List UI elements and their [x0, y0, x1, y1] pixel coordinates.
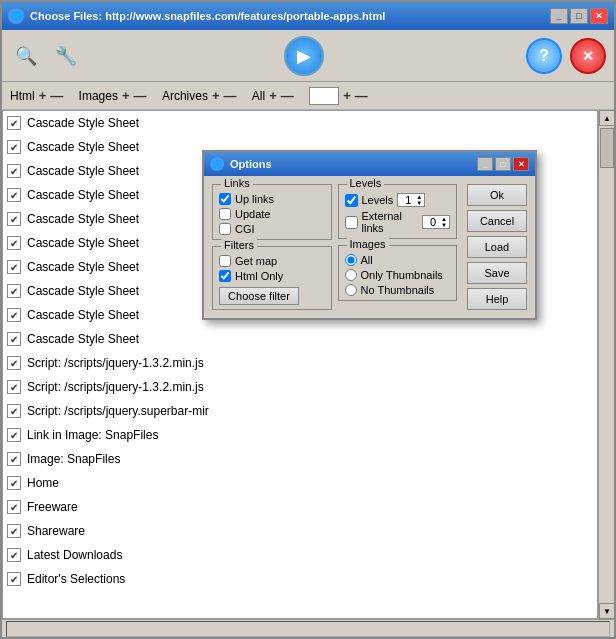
dialog-close-button[interactable]: ✕ [513, 157, 529, 171]
list-item-checkbox[interactable]: ✔ [7, 572, 21, 586]
filter-value-input[interactable] [309, 87, 339, 105]
only-thumbnails-row[interactable]: Only Thumbnails [345, 269, 451, 281]
input-plus-button[interactable]: + [343, 88, 351, 103]
save-button[interactable]: Save [467, 262, 527, 284]
list-item[interactable]: ✔Shareware [3, 519, 597, 543]
list-item-checkbox[interactable]: ✔ [7, 452, 21, 466]
list-item-checkbox[interactable]: ✔ [7, 380, 21, 394]
list-item[interactable]: ✔Script: /scripts/jquery-1.3.2.min.js [3, 351, 597, 375]
only-thumbnails-radio[interactable] [345, 269, 357, 281]
close-app-button[interactable] [570, 38, 606, 74]
levels-down-arrow[interactable]: ▼ [416, 200, 422, 206]
ext-down-arrow[interactable]: ▼ [441, 222, 447, 228]
all-minus-button[interactable]: — [281, 88, 294, 103]
up-links-checkbox[interactable] [219, 193, 231, 205]
dialog-title-icon: 🌐 [210, 157, 224, 171]
dialog-body: Links Up links Update [204, 176, 535, 318]
list-item[interactable]: ✔Link in Image: SnapFiles [3, 423, 597, 447]
help-button[interactable]: Help [467, 288, 527, 310]
list-item-checkbox[interactable]: ✔ [7, 140, 21, 154]
list-item-checkbox[interactable]: ✔ [7, 404, 21, 418]
list-item-checkbox[interactable]: ✔ [7, 236, 21, 250]
all-images-radio[interactable] [345, 254, 357, 266]
list-item-checkbox[interactable]: ✔ [7, 548, 21, 562]
cgi-row[interactable]: CGI [219, 223, 325, 235]
archives-plus-button[interactable]: + [212, 88, 220, 103]
scroll-down-button[interactable]: ▼ [599, 603, 614, 619]
no-thumbnails-row[interactable]: No Thumbnails [345, 284, 451, 296]
archives-filter-label: Archives [162, 89, 208, 103]
archives-minus-button[interactable]: — [224, 88, 237, 103]
list-item[interactable]: ✔Freeware [3, 495, 597, 519]
ext-links-label: External links [362, 210, 419, 234]
get-map-checkbox[interactable] [219, 255, 231, 267]
ext-links-spinner[interactable]: 0 ▲ ▼ [422, 215, 450, 229]
list-item[interactable]: ✔Cascade Style Sheet [3, 111, 597, 135]
minimize-button[interactable]: _ [550, 8, 568, 24]
list-item[interactable]: ✔Editor's Selections [3, 567, 597, 591]
ext-arrows[interactable]: ▲ ▼ [441, 216, 447, 228]
list-item-checkbox[interactable]: ✔ [7, 308, 21, 322]
update-checkbox[interactable] [219, 208, 231, 220]
list-item-checkbox[interactable]: ✔ [7, 164, 21, 178]
list-item-checkbox[interactable]: ✔ [7, 524, 21, 538]
go-button[interactable] [284, 36, 324, 76]
get-map-row[interactable]: Get map [219, 255, 325, 267]
html-minus-button[interactable]: — [50, 88, 63, 103]
images-minus-button[interactable]: — [134, 88, 147, 103]
list-item-checkbox[interactable]: ✔ [7, 284, 21, 298]
tools-icon[interactable]: 🔧 [50, 40, 82, 72]
dialog-maximize-button[interactable]: □ [495, 157, 511, 171]
vertical-scrollbar[interactable]: ▲ ▼ [598, 110, 614, 619]
levels-arrows[interactable]: ▲ ▼ [416, 194, 422, 206]
close-x-icon [582, 45, 594, 66]
ok-button[interactable]: Ok [467, 184, 527, 206]
cgi-checkbox[interactable] [219, 223, 231, 235]
list-item-text: Script: /scripts/jquery-1.3.2.min.js [27, 380, 204, 394]
list-item[interactable]: ✔Latest Downloads [3, 543, 597, 567]
list-item-checkbox[interactable]: ✔ [7, 332, 21, 346]
list-item-checkbox[interactable]: ✔ [7, 260, 21, 274]
html-plus-button[interactable]: + [39, 88, 47, 103]
cancel-button[interactable]: Cancel [467, 210, 527, 232]
ext-links-checkbox[interactable] [345, 216, 358, 229]
html-filter-label: Html [10, 89, 35, 103]
list-item-checkbox[interactable]: ✔ [7, 356, 21, 370]
load-button[interactable]: Load [467, 236, 527, 258]
list-item-checkbox[interactable]: ✔ [7, 428, 21, 442]
list-item-checkbox[interactable]: ✔ [7, 476, 21, 490]
update-row[interactable]: Update [219, 208, 325, 220]
all-plus-button[interactable]: + [269, 88, 277, 103]
list-item-text: Cascade Style Sheet [27, 164, 139, 178]
list-item-checkbox[interactable]: ✔ [7, 116, 21, 130]
all-images-row[interactable]: All [345, 254, 451, 266]
list-item[interactable]: ✔Cascade Style Sheet [3, 327, 597, 351]
list-item[interactable]: ✔Home [3, 471, 597, 495]
maximize-button[interactable]: □ [570, 8, 588, 24]
list-item-checkbox[interactable]: ✔ [7, 212, 21, 226]
cgi-label: CGI [235, 223, 255, 235]
sep3 [243, 89, 246, 103]
scroll-thumb[interactable] [600, 128, 614, 168]
dialog-minimize-button[interactable]: _ [477, 157, 493, 171]
html-only-checkbox[interactable] [219, 270, 231, 282]
levels-spinner[interactable]: 1 ▲ ▼ [397, 193, 425, 207]
list-item-checkbox[interactable]: ✔ [7, 188, 21, 202]
list-item[interactable]: ✔Image: SnapFiles [3, 447, 597, 471]
list-item-checkbox[interactable]: ✔ [7, 500, 21, 514]
scroll-up-button[interactable]: ▲ [599, 110, 614, 126]
list-item[interactable]: ✔Script: /scripts/jquery-1.3.2.min.js [3, 375, 597, 399]
up-links-row[interactable]: Up links [219, 193, 325, 205]
close-button[interactable]: ✕ [590, 8, 608, 24]
choose-filter-button[interactable]: Choose filter [219, 287, 299, 305]
images-plus-button[interactable]: + [122, 88, 130, 103]
list-item-text: Cascade Style Sheet [27, 116, 139, 130]
levels-checkbox[interactable] [345, 194, 358, 207]
help-button[interactable] [526, 38, 562, 74]
list-item-text: Cascade Style Sheet [27, 260, 139, 274]
search-icon[interactable]: 🔍 [10, 40, 42, 72]
list-item[interactable]: ✔Script: /scripts/jquery.superbar-mir [3, 399, 597, 423]
input-minus-button[interactable]: — [355, 88, 368, 103]
no-thumbnails-radio[interactable] [345, 284, 357, 296]
html-only-row[interactable]: Html Only [219, 270, 325, 282]
